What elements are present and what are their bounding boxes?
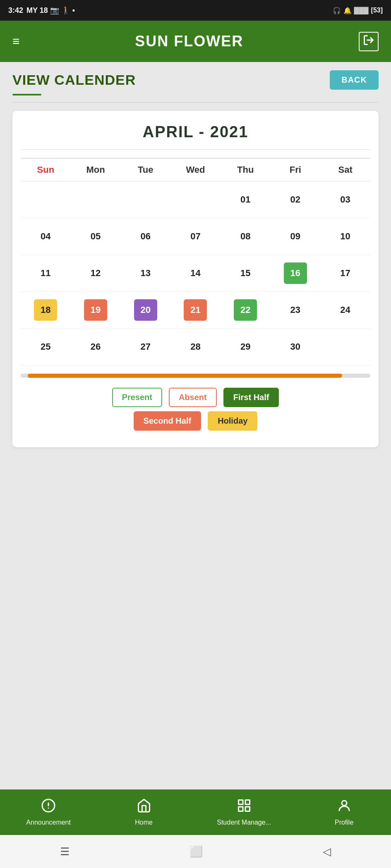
- legend-absent[interactable]: Absent: [169, 388, 217, 407]
- header-sat: Sat: [320, 159, 370, 181]
- calendar-day-cell[interactable]: 14: [170, 255, 221, 292]
- calendar-day-cell[interactable]: 30: [271, 329, 321, 365]
- app-bar: ≡ SUN FLOWER: [0, 21, 391, 62]
- day-25: 25: [34, 336, 57, 358]
- svg-point-8: [342, 801, 347, 806]
- header-sun: Sun: [21, 159, 71, 181]
- calendar-day-cell: [21, 181, 71, 218]
- sys-menu-icon[interactable]: ☰: [60, 845, 70, 858]
- page-content: VIEW CALENDER BACK APRIL - 2021 Sun Mon …: [0, 62, 391, 789]
- day-01: 01: [234, 189, 257, 210]
- calendar-day-cell[interactable]: 15: [221, 255, 271, 292]
- announcement-label: Announcement: [26, 819, 71, 826]
- calendar-day-cell[interactable]: 29: [221, 329, 271, 365]
- app-title: SUN FLOWER: [135, 33, 243, 50]
- day-28: 28: [184, 336, 207, 358]
- calendar-day-cell[interactable]: 13: [120, 255, 170, 292]
- home-icon: [137, 798, 151, 816]
- profile-icon: [337, 798, 352, 816]
- calendar-day-cell[interactable]: 19: [71, 292, 121, 329]
- day-02: 02: [284, 189, 307, 210]
- calendar-day-cell[interactable]: 10: [320, 218, 370, 255]
- calendar-day-cell[interactable]: 27: [120, 329, 170, 365]
- legend-first-half[interactable]: First Half: [223, 388, 279, 407]
- calendar-day-cell: [120, 181, 170, 218]
- day-04: 04: [34, 226, 57, 247]
- calendar-week-row-3: 18192021222324: [21, 292, 370, 329]
- calendar-day-cell[interactable]: 22: [221, 292, 271, 329]
- calendar-day-cell[interactable]: 17: [320, 255, 370, 292]
- calendar-day-cell[interactable]: 06: [120, 218, 170, 255]
- day-09: 09: [284, 226, 307, 247]
- day-03: 03: [334, 189, 357, 210]
- day-23: 23: [284, 299, 307, 321]
- calendar-day-cell: [71, 181, 121, 218]
- day-20: 20: [134, 299, 157, 321]
- day-07: 07: [184, 226, 207, 247]
- calendar-day-cell[interactable]: 25: [21, 329, 71, 365]
- calendar-day-cell[interactable]: 07: [170, 218, 221, 255]
- day-27: 27: [134, 336, 157, 358]
- calendar-day-cell[interactable]: 03: [320, 181, 370, 218]
- battery-icon: [53]: [371, 7, 383, 14]
- calendar-day-cell[interactable]: 01: [221, 181, 271, 218]
- calendar-week-row-4: 252627282930: [21, 329, 370, 365]
- student-manage-icon: [237, 798, 252, 816]
- system-nav: ☰ ⬜ ◁: [0, 835, 391, 868]
- svg-rect-4: [238, 800, 243, 805]
- sys-back-icon[interactable]: ◁: [323, 845, 331, 858]
- calendar-day-cell[interactable]: 24: [320, 292, 370, 329]
- day-11: 11: [34, 262, 57, 284]
- day-18: 18: [34, 299, 57, 321]
- hamburger-icon[interactable]: ≡: [12, 35, 20, 48]
- calendar-day-cell[interactable]: 20: [120, 292, 170, 329]
- calendar-day-cell[interactable]: 05: [71, 218, 121, 255]
- calendar-day-cell: [320, 329, 370, 365]
- signal-icons: ▓▓▓: [354, 7, 369, 14]
- status-bar: 3:42 MY 18 📷 🚶 • 🎧 🔔 ▓▓▓ [53]: [0, 0, 391, 21]
- sys-home-icon[interactable]: ⬜: [190, 845, 203, 858]
- day-21: 21: [184, 299, 207, 321]
- calendar-day-cell[interactable]: 28: [170, 329, 221, 365]
- calendar-day-cell[interactable]: 26: [71, 329, 121, 365]
- legend-holiday[interactable]: Holiday: [208, 411, 257, 431]
- weekday-header-row: Sun Mon Tue Wed Thu Fri Sat: [21, 159, 370, 181]
- calendar-day-cell[interactable]: 02: [271, 181, 321, 218]
- nav-home[interactable]: Home: [123, 798, 165, 826]
- nav-profile[interactable]: Profile: [324, 798, 365, 826]
- header-row: VIEW CALENDER BACK: [12, 70, 379, 90]
- svg-rect-7: [245, 807, 250, 811]
- nav-announcement[interactable]: Announcement: [26, 798, 71, 826]
- calendar-month-title: APRIL - 2021: [21, 123, 370, 141]
- calendar-day-cell[interactable]: 12: [71, 255, 121, 292]
- nav-student-manage[interactable]: Student Manage...: [217, 798, 271, 826]
- header-divider: [12, 102, 379, 103]
- legend-row: Present Absent First Half: [21, 388, 370, 407]
- day-16: 16: [284, 262, 307, 284]
- legend-second-half[interactable]: Second Half: [134, 411, 201, 431]
- calendar-day-cell[interactable]: 08: [221, 218, 271, 255]
- calendar-day-cell[interactable]: 04: [21, 218, 71, 255]
- calendar-day-cell[interactable]: 18: [21, 292, 71, 329]
- day-22: 22: [234, 299, 257, 321]
- header-thu: Thu: [221, 159, 271, 181]
- svg-rect-6: [238, 807, 243, 811]
- day-08: 08: [234, 226, 257, 247]
- calendar-day-cell[interactable]: 09: [271, 218, 321, 255]
- calendar-day-cell[interactable]: 16: [271, 255, 321, 292]
- logout-icon[interactable]: [359, 32, 379, 51]
- header-tue: Tue: [120, 159, 170, 181]
- page-title: VIEW CALENDER: [12, 72, 136, 88]
- legend-present[interactable]: Present: [112, 388, 162, 407]
- day-30: 30: [284, 336, 307, 358]
- calendar-header-divider: [21, 149, 370, 150]
- bell-icon: 🔔: [343, 7, 352, 14]
- back-button[interactable]: BACK: [330, 70, 379, 90]
- day-17: 17: [334, 262, 357, 284]
- calendar-card: APRIL - 2021 Sun Mon Tue Wed Thu Fri Sat…: [12, 111, 379, 447]
- calendar-day-cell[interactable]: 23: [271, 292, 321, 329]
- day-10: 10: [334, 226, 357, 247]
- calendar-day-cell[interactable]: 21: [170, 292, 221, 329]
- calendar-day-cell[interactable]: 11: [21, 255, 71, 292]
- day-06: 06: [134, 226, 157, 247]
